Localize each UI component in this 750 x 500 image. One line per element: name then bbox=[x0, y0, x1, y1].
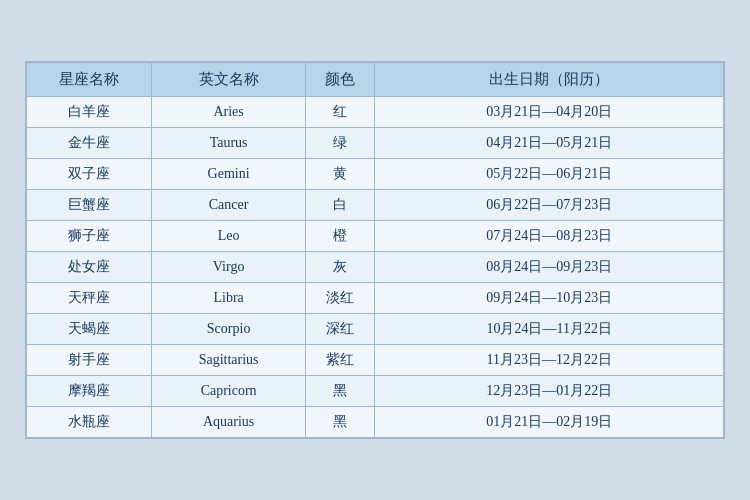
cell-chinese: 天秤座 bbox=[27, 283, 152, 314]
cell-english: Gemini bbox=[152, 159, 305, 190]
cell-english: Leo bbox=[152, 221, 305, 252]
table-body: 白羊座Aries红03月21日—04月20日金牛座Taurus绿04月21日—0… bbox=[27, 97, 724, 438]
table-row: 双子座Gemini黄05月22日—06月21日 bbox=[27, 159, 724, 190]
cell-english: Scorpio bbox=[152, 314, 305, 345]
header-color: 颜色 bbox=[305, 63, 375, 97]
table-row: 水瓶座Aquarius黑01月21日—02月19日 bbox=[27, 407, 724, 438]
cell-english: Aquarius bbox=[152, 407, 305, 438]
cell-english: Taurus bbox=[152, 128, 305, 159]
table-row: 金牛座Taurus绿04月21日—05月21日 bbox=[27, 128, 724, 159]
cell-color: 深红 bbox=[305, 314, 375, 345]
cell-color: 红 bbox=[305, 97, 375, 128]
cell-color: 绿 bbox=[305, 128, 375, 159]
cell-date: 03月21日—04月20日 bbox=[375, 97, 724, 128]
zodiac-table-container: 星座名称 英文名称 颜色 出生日期（阳历） 白羊座Aries红03月21日—04… bbox=[25, 61, 725, 439]
table-row: 摩羯座Capricorn黑12月23日—01月22日 bbox=[27, 376, 724, 407]
cell-chinese: 水瓶座 bbox=[27, 407, 152, 438]
cell-color: 紫红 bbox=[305, 345, 375, 376]
cell-date: 06月22日—07月23日 bbox=[375, 190, 724, 221]
cell-chinese: 处女座 bbox=[27, 252, 152, 283]
cell-english: Aries bbox=[152, 97, 305, 128]
cell-color: 黄 bbox=[305, 159, 375, 190]
cell-color: 黑 bbox=[305, 376, 375, 407]
cell-color: 黑 bbox=[305, 407, 375, 438]
cell-english: Cancer bbox=[152, 190, 305, 221]
table-row: 白羊座Aries红03月21日—04月20日 bbox=[27, 97, 724, 128]
cell-date: 04月21日—05月21日 bbox=[375, 128, 724, 159]
cell-date: 10月24日—11月22日 bbox=[375, 314, 724, 345]
table-row: 天秤座Libra淡红09月24日—10月23日 bbox=[27, 283, 724, 314]
cell-english: Sagittarius bbox=[152, 345, 305, 376]
table-header-row: 星座名称 英文名称 颜色 出生日期（阳历） bbox=[27, 63, 724, 97]
cell-date: 09月24日—10月23日 bbox=[375, 283, 724, 314]
cell-english: Virgo bbox=[152, 252, 305, 283]
cell-english: Capricorn bbox=[152, 376, 305, 407]
cell-english: Libra bbox=[152, 283, 305, 314]
cell-date: 07月24日—08月23日 bbox=[375, 221, 724, 252]
cell-chinese: 白羊座 bbox=[27, 97, 152, 128]
cell-color: 橙 bbox=[305, 221, 375, 252]
cell-chinese: 狮子座 bbox=[27, 221, 152, 252]
table-row: 射手座Sagittarius紫红11月23日—12月22日 bbox=[27, 345, 724, 376]
cell-chinese: 摩羯座 bbox=[27, 376, 152, 407]
cell-chinese: 天蝎座 bbox=[27, 314, 152, 345]
table-row: 巨蟹座Cancer白06月22日—07月23日 bbox=[27, 190, 724, 221]
cell-date: 12月23日—01月22日 bbox=[375, 376, 724, 407]
cell-date: 08月24日—09月23日 bbox=[375, 252, 724, 283]
cell-color: 白 bbox=[305, 190, 375, 221]
cell-chinese: 巨蟹座 bbox=[27, 190, 152, 221]
cell-color: 淡红 bbox=[305, 283, 375, 314]
header-chinese-name: 星座名称 bbox=[27, 63, 152, 97]
table-row: 狮子座Leo橙07月24日—08月23日 bbox=[27, 221, 724, 252]
cell-date: 01月21日—02月19日 bbox=[375, 407, 724, 438]
header-english-name: 英文名称 bbox=[152, 63, 305, 97]
cell-chinese: 双子座 bbox=[27, 159, 152, 190]
cell-chinese: 射手座 bbox=[27, 345, 152, 376]
cell-color: 灰 bbox=[305, 252, 375, 283]
cell-date: 05月22日—06月21日 bbox=[375, 159, 724, 190]
table-row: 处女座Virgo灰08月24日—09月23日 bbox=[27, 252, 724, 283]
zodiac-table: 星座名称 英文名称 颜色 出生日期（阳历） 白羊座Aries红03月21日—04… bbox=[26, 62, 724, 438]
cell-date: 11月23日—12月22日 bbox=[375, 345, 724, 376]
table-row: 天蝎座Scorpio深红10月24日—11月22日 bbox=[27, 314, 724, 345]
cell-chinese: 金牛座 bbox=[27, 128, 152, 159]
header-birthdate: 出生日期（阳历） bbox=[375, 63, 724, 97]
